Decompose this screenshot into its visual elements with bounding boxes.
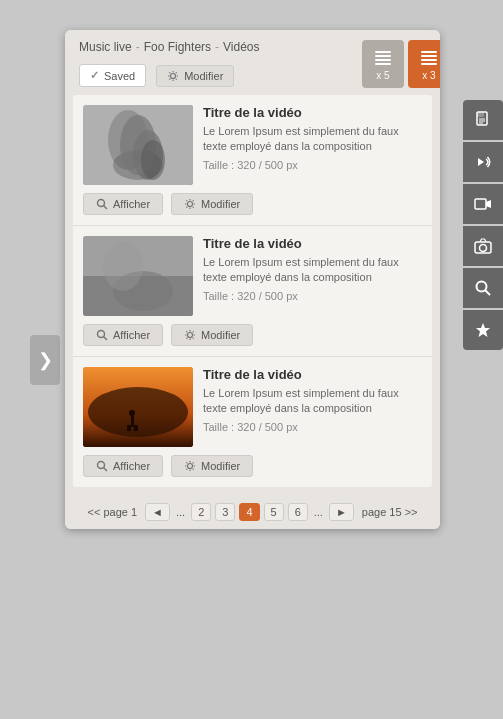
icon-cluster: x 5 x 3 [362, 40, 440, 88]
svg-rect-26 [127, 425, 131, 431]
breadcrumb-sep-2: - [215, 40, 219, 54]
svg-point-42 [477, 282, 487, 292]
breadcrumb-sep-1: - [136, 40, 140, 54]
right-sidebar [463, 100, 503, 350]
svg-point-29 [98, 462, 105, 469]
svg-rect-27 [134, 425, 138, 431]
svg-line-21 [104, 337, 108, 341]
breadcrumb-item-3[interactable]: Vidéos [223, 40, 259, 54]
video-svg [474, 195, 492, 213]
svg-line-43 [486, 291, 491, 296]
modifier-card-button-2[interactable]: Modifier [171, 324, 253, 346]
page-ellipsis-left: ... [174, 506, 187, 518]
gear-icon-card-3 [184, 460, 196, 472]
svg-rect-9 [83, 105, 193, 185]
page-3[interactable]: 3 [215, 503, 235, 521]
afficher-label-3: Afficher [113, 460, 150, 472]
sidebar-search-icon[interactable] [463, 268, 503, 308]
next-arrow[interactable]: ► [329, 503, 354, 521]
svg-marker-44 [476, 323, 490, 337]
prev-arrow[interactable]: ◄ [145, 503, 170, 521]
page-6[interactable]: 6 [288, 503, 308, 521]
svg-point-41 [480, 245, 487, 252]
modifier-card-label-3: Modifier [201, 460, 240, 472]
video-card-1: Titre de la vidéo Le Lorem Ipsum est sim… [73, 95, 432, 226]
video-desc-1: Le Lorem Ipsum est simplement du faux te… [203, 124, 422, 155]
video-size-1: Taille : 320 / 500 px [203, 159, 422, 171]
page-2[interactable]: 2 [191, 503, 211, 521]
camera-svg [474, 237, 492, 255]
video-size-3: Taille : 320 / 500 px [203, 421, 422, 433]
gray-count: x 5 [376, 70, 389, 81]
list-icon-gray[interactable]: x 5 [362, 40, 404, 88]
sidebar-video-icon[interactable] [463, 184, 503, 224]
video-card-3: Titre de la vidéo Le Lorem Ipsum est sim… [73, 357, 432, 487]
thumb-image-2 [83, 236, 193, 316]
afficher-button-3[interactable]: Afficher [83, 455, 163, 477]
audio-svg [474, 153, 492, 171]
prev-page-label[interactable]: << page 1 [88, 506, 138, 518]
svg-point-12 [113, 150, 163, 180]
svg-rect-38 [475, 199, 486, 209]
sidebar-document-icon[interactable] [463, 100, 503, 140]
orange-count: x 3 [422, 70, 435, 81]
video-thumbnail-1 [83, 105, 193, 185]
search-icon-1 [96, 198, 108, 210]
svg-point-13 [98, 200, 105, 207]
svg-rect-2 [375, 59, 391, 61]
video-title-2: Titre de la vidéo [203, 236, 422, 251]
list-orange-svg [419, 48, 439, 68]
breadcrumb-item-2[interactable]: Foo Fighters [144, 40, 211, 54]
svg-point-8 [171, 73, 176, 78]
breadcrumb-item-1[interactable]: Music live [79, 40, 132, 54]
saved-button[interactable]: ✓ Saved [79, 64, 146, 87]
card-actions-3: Afficher Modifier [83, 455, 422, 477]
sidebar-audio-icon[interactable] [463, 142, 503, 182]
svg-point-11 [133, 130, 163, 180]
pagination: << page 1 ◄ ... 2 3 4 5 6 ... ► page 15 … [65, 495, 440, 529]
card-actions-2: Afficher Modifier [83, 324, 422, 346]
video-desc-2: Le Lorem Ipsum est simplement du faux te… [203, 255, 422, 286]
thumb-image-1 [83, 105, 193, 185]
svg-line-14 [104, 206, 108, 210]
search-svg [474, 279, 492, 297]
video-title-3: Titre de la vidéo [203, 367, 422, 382]
svg-rect-3 [375, 63, 391, 65]
afficher-button-2[interactable]: Afficher [83, 324, 163, 346]
sidebar-star-icon[interactable] [463, 310, 503, 350]
video-thumbnail-2 [83, 236, 193, 316]
video-desc-3: Le Lorem Ipsum est simplement du faux te… [203, 386, 422, 417]
afficher-button-1[interactable]: Afficher [83, 193, 163, 215]
svg-rect-33 [477, 112, 484, 117]
video-size-2: Taille : 320 / 500 px [203, 290, 422, 302]
modifier-card-button-1[interactable]: Modifier [171, 193, 253, 215]
sidebar-camera-icon[interactable] [463, 226, 503, 266]
page-4-active[interactable]: 4 [239, 503, 259, 521]
content-area: Titre de la vidéo Le Lorem Ipsum est sim… [73, 95, 432, 487]
check-icon: ✓ [90, 69, 99, 82]
search-icon-3 [96, 460, 108, 472]
page-5[interactable]: 5 [264, 503, 284, 521]
video-thumbnail-3 [83, 367, 193, 447]
svg-point-22 [188, 333, 193, 338]
svg-point-15 [188, 202, 193, 207]
list-icon-orange[interactable]: x 3 [408, 40, 440, 88]
video-card-2: Titre de la vidéo Le Lorem Ipsum est sim… [73, 226, 432, 357]
svg-point-20 [98, 331, 105, 338]
list-gray-svg [373, 48, 393, 68]
next-page-label[interactable]: page 15 >> [362, 506, 418, 518]
left-nav-arrow[interactable]: ❯ [30, 335, 60, 385]
svg-point-10 [108, 110, 148, 170]
page-ellipsis-right: ... [312, 506, 325, 518]
modifier-button[interactable]: Modifier [156, 65, 234, 87]
svg-point-19 [103, 241, 143, 291]
modifier-card-button-3[interactable]: Modifier [171, 455, 253, 477]
video-info-2: Titre de la vidéo Le Lorem Ipsum est sim… [203, 236, 422, 316]
document-svg [474, 111, 492, 129]
svg-rect-25 [131, 415, 134, 427]
card-actions-1: Afficher Modifier [83, 193, 422, 215]
star-svg [474, 321, 492, 339]
search-icon-2 [96, 329, 108, 341]
modifier-card-label-1: Modifier [201, 198, 240, 210]
gear-icon-card-1 [184, 198, 196, 210]
